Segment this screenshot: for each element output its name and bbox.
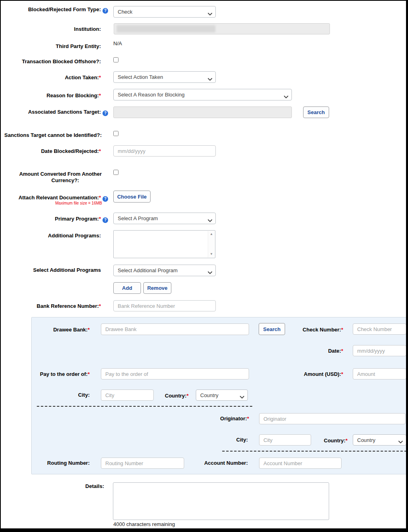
date-blocked-rejected-label: Date Blocked/Rejected:* [1,148,101,155]
originator-country-label: Country:* [293,438,348,444]
reason-for-blocking-selected: Select A Reason for Blocking [118,92,185,98]
payee-country-label: Country:* [133,393,189,399]
pay-to-order-label: Pay to the order of:* [1,371,90,377]
amount-usd-label: Amount (USD):* [241,371,343,377]
originator-city-label: City: [161,437,248,443]
chevron-down-icon [398,439,403,445]
additional-programs-label: Additional Programs: [1,233,101,239]
required-marker: * [341,371,343,377]
associated-sanctions-target-field [113,106,292,118]
primary-program-selected: Select A Program [118,215,158,221]
required-marker: * [99,148,101,154]
action-taken-selected: Select Action Taken [118,74,163,80]
action-taken-select[interactable]: Select Action Taken [113,71,216,83]
third-party-entity-label: Third Party Entity: [1,43,101,50]
sanctions-target-search-button[interactable]: Search [303,106,329,118]
third-party-entity-value: N/A [113,40,122,47]
check-number-label: Check Number:* [241,327,343,333]
select-additional-programs-select[interactable]: Select Additional Program [113,265,216,276]
blocked-rejected-transaction-form: Blocked/Rejected Form Type:? Check Insti… [1,1,406,528]
chevron-down-icon [284,94,288,100]
payee-country-select[interactable]: Country [196,389,248,401]
required-marker: * [346,438,348,444]
form-type-select[interactable]: Check [113,6,216,18]
originator-country-selected: Country [357,437,376,443]
required-marker: * [187,393,189,399]
primary-program-label: Primary Program:*? [1,216,108,223]
scroll-down-icon[interactable]: ▼ [208,251,215,257]
select-additional-programs-selected: Select Additional Program [118,267,178,273]
form-type-label: Blocked/Rejected Form Type:? [1,6,108,14]
scroll-up-icon[interactable]: ▲ [208,231,215,237]
amount-converted-checkbox[interactable] [113,170,119,175]
additional-programs-listbox[interactable]: ▲ ▼ [113,230,215,258]
redacted-value [117,25,215,32]
drawee-bank-label: Drawee Bank:* [1,327,90,333]
required-marker: * [88,371,90,377]
required-marker: * [88,327,90,333]
originator-country-select[interactable]: Country [353,434,406,446]
bank-reference-number-label: Bank Reference Number:* [1,303,101,309]
required-marker: * [99,303,101,309]
details-label: Details: [1,483,104,490]
routing-number-label: Routing Number: [1,460,90,466]
select-additional-programs-label: Select Additional Programs [1,267,101,273]
required-marker: * [247,416,249,422]
help-icon[interactable]: ? [103,196,108,202]
chevron-down-icon [208,11,212,17]
chevron-down-icon [208,269,212,275]
add-button[interactable]: Add [113,282,141,294]
chevron-down-icon [208,217,212,223]
sanctions-target-not-identified-label: Sanctions Target cannot be Identified?: [1,132,102,139]
listbox-scrollbar[interactable]: ▲ ▼ [208,231,215,257]
primary-program-select[interactable]: Select A Program [113,213,216,224]
help-icon[interactable]: ? [103,8,108,14]
bank-reference-number-input[interactable] [113,300,216,311]
amount-converted-label: Amount Converted From Another Currency?: [1,171,102,184]
institution-label: Institution: [1,26,101,32]
originator-input[interactable] [259,413,406,424]
help-icon[interactable]: ? [103,110,108,116]
reason-for-blocking-label: Reason for Blocking:* [1,92,101,99]
help-icon[interactable]: ? [103,217,108,223]
details-textarea[interactable] [113,482,329,520]
required-marker: * [341,348,343,354]
chevron-down-icon [208,76,212,82]
reason-for-blocking-select[interactable]: Select A Reason for Blocking [113,89,292,100]
remove-button[interactable]: Remove [143,282,171,294]
characters-remaining: 4000 characters remaining [113,521,175,527]
drawee-bank-input[interactable] [101,323,249,335]
originator-label: Originator:* [161,416,249,422]
required-marker: * [99,92,101,98]
action-taken-label: Action Taken:* [1,74,101,81]
payee-city-label: City: [1,392,90,398]
blocked-offshore-label: Transaction Blocked Offshore?: [1,58,101,65]
required-marker: * [99,195,101,201]
institution-field [114,23,330,34]
account-number-label: Account Number: [161,460,248,466]
required-marker: * [99,74,101,80]
choose-file-button[interactable]: Choose File [113,191,151,203]
max-file-size-note: Maximum file size = 16MB [1,201,102,206]
form-type-selected: Check [118,9,133,15]
required-marker: * [341,327,343,333]
blocked-offshore-checkbox[interactable] [113,57,119,62]
check-date-label: Date:* [241,348,343,354]
chevron-down-icon [240,394,244,400]
section-divider [37,406,252,407]
payee-country-selected: Country [200,392,219,398]
amount-usd-input[interactable] [353,368,406,379]
account-number-input[interactable] [259,458,342,469]
associated-sanctions-target-label: Associated Sanctions Target:? [1,109,108,116]
check-number-input[interactable] [353,323,406,335]
check-date-input[interactable] [353,345,406,356]
sanctions-target-not-identified-checkbox[interactable] [113,131,119,136]
section-divider [222,451,407,452]
required-marker: * [99,216,101,222]
pay-to-order-input[interactable] [101,368,249,379]
date-blocked-rejected-input[interactable] [113,145,216,157]
